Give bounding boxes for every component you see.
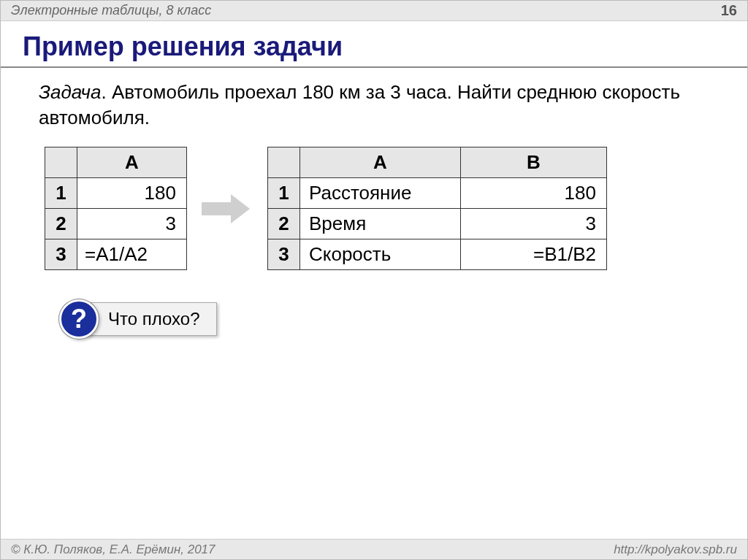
task-body: . Автомобиль проехал 180 км за 3 часа. Н… bbox=[39, 81, 680, 129]
table-row: 3 Скорость =B1/B2 bbox=[268, 239, 607, 270]
table1-row-3: 3 bbox=[45, 239, 77, 270]
table2-cell-a3: Скорость bbox=[300, 239, 461, 270]
question-mark-icon: ? bbox=[59, 299, 99, 339]
spreadsheet-table-1: A 1 180 2 3 3 =A1/A2 bbox=[45, 147, 187, 270]
table-row: 2 Время 3 bbox=[268, 209, 607, 239]
table-row: 3 =A1/A2 bbox=[45, 239, 187, 270]
table2-cell-b2: 3 bbox=[461, 209, 607, 239]
task-label: Задача bbox=[39, 81, 101, 103]
copyright-text: © К.Ю. Поляков, Е.А. Ерёмин, 2017 bbox=[11, 542, 215, 557]
table2-cell-b1: 180 bbox=[461, 178, 607, 209]
table-row: 1 Расстояние 180 bbox=[268, 178, 607, 209]
table2-col-a: A bbox=[300, 147, 461, 178]
table1-col-a: A bbox=[77, 147, 187, 178]
table1-row-1: 1 bbox=[45, 178, 77, 209]
table1-cell-a3: =A1/A2 bbox=[77, 239, 187, 270]
table1-cell-a1: 180 bbox=[77, 178, 187, 209]
table1-corner bbox=[45, 147, 77, 178]
footer-bar: © К.Ю. Поляков, Е.А. Ерёмин, 2017 http:/… bbox=[1, 539, 747, 559]
tables-row: A 1 180 2 3 3 =A1/A2 bbox=[45, 147, 725, 270]
footer-url: http://kpolyakov.spb.ru bbox=[614, 542, 737, 557]
task-text: Задача. Автомобиль проехал 180 км за 3 ч… bbox=[39, 80, 709, 131]
table1-cell-a2: 3 bbox=[77, 209, 187, 239]
table2-row-3: 3 bbox=[268, 239, 300, 270]
slide-title: Пример решения задачи bbox=[1, 21, 747, 68]
spreadsheet-table-2: A B 1 Расстояние 180 2 Время 3 3 Скорост… bbox=[267, 147, 607, 270]
slide-body: Задача. Автомобиль проехал 180 км за 3 ч… bbox=[1, 75, 747, 343]
arrow-right-icon bbox=[202, 194, 253, 223]
question-text: Что плохо? bbox=[85, 302, 217, 336]
subject-label: Электронные таблицы, 8 класс bbox=[11, 3, 211, 18]
table2-corner bbox=[268, 147, 300, 178]
table2-row-2: 2 bbox=[268, 209, 300, 239]
slide: Электронные таблицы, 8 класс 16 Пример р… bbox=[0, 0, 748, 560]
table2-cell-a2: Время bbox=[300, 209, 461, 239]
table-row: 1 180 bbox=[45, 178, 187, 209]
table2-cell-b3: =B1/B2 bbox=[461, 239, 607, 270]
header-bar: Электронные таблицы, 8 класс 16 bbox=[1, 1, 747, 21]
page-number: 16 bbox=[721, 2, 737, 19]
table2-row-1: 1 bbox=[268, 178, 300, 209]
table2-cell-a1: Расстояние bbox=[300, 178, 461, 209]
question-callout: ? Что плохо? bbox=[59, 299, 217, 339]
table-row: 2 3 bbox=[45, 209, 187, 239]
table1-row-2: 2 bbox=[45, 209, 77, 239]
table2-col-b: B bbox=[461, 147, 607, 178]
